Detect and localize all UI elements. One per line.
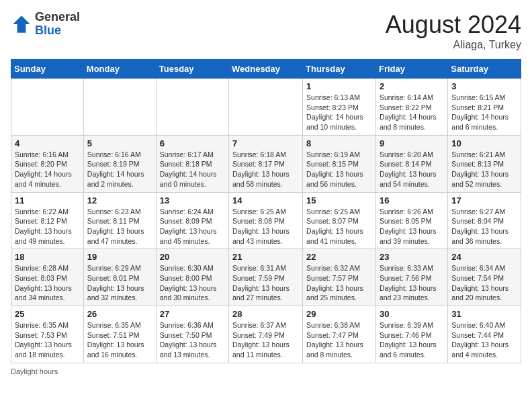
day-info: Sunrise: 6:22 AM Sunset: 8:12 PM Dayligh… (15, 207, 80, 246)
calendar-cell: 24Sunrise: 6:34 AM Sunset: 7:54 PM Dayli… (448, 249, 521, 306)
day-info: Sunrise: 6:28 AM Sunset: 8:03 PM Dayligh… (15, 263, 80, 303)
day-number: 30 (380, 309, 444, 319)
calendar-week-row: 11Sunrise: 6:22 AM Sunset: 8:12 PM Dayli… (11, 192, 521, 249)
svg-marker-0 (13, 15, 30, 33)
calendar-cell: 19Sunrise: 6:29 AM Sunset: 8:01 PM Dayli… (83, 249, 156, 306)
calendar-cell: 27Sunrise: 6:36 AM Sunset: 7:50 PM Dayli… (156, 306, 228, 363)
logo: General Blue (11, 11, 80, 38)
day-info: Sunrise: 6:24 AM Sunset: 8:09 PM Dayligh… (160, 207, 225, 246)
day-info: Sunrise: 6:23 AM Sunset: 8:11 PM Dayligh… (87, 207, 152, 246)
logo-text: General Blue (35, 11, 80, 38)
logo-blue-text: Blue (35, 24, 80, 38)
day-info: Sunrise: 6:34 AM Sunset: 7:54 PM Dayligh… (451, 263, 517, 303)
calendar-cell: 5Sunrise: 6:16 AM Sunset: 8:19 PM Daylig… (83, 135, 156, 192)
calendar-cell: 21Sunrise: 6:31 AM Sunset: 7:59 PM Dayli… (229, 249, 303, 306)
day-number: 3 (451, 81, 517, 91)
calendar-cell: 14Sunrise: 6:25 AM Sunset: 8:08 PM Dayli… (229, 192, 303, 249)
day-info: Sunrise: 6:35 AM Sunset: 7:51 PM Dayligh… (87, 320, 152, 360)
calendar-cell: 1Sunrise: 6:13 AM Sunset: 8:23 PM Daylig… (303, 79, 376, 136)
day-number: 23 (380, 252, 444, 262)
day-info: Sunrise: 6:25 AM Sunset: 8:08 PM Dayligh… (232, 207, 299, 246)
calendar-cell: 11Sunrise: 6:22 AM Sunset: 8:12 PM Dayli… (11, 192, 84, 249)
title-block: August 2024 Aliaga, Turkey (386, 11, 521, 51)
day-info: Sunrise: 6:21 AM Sunset: 8:13 PM Dayligh… (451, 150, 517, 189)
day-info: Sunrise: 6:35 AM Sunset: 7:53 PM Dayligh… (15, 320, 80, 360)
day-info: Sunrise: 6:39 AM Sunset: 7:46 PM Dayligh… (380, 320, 444, 360)
calendar-cell: 18Sunrise: 6:28 AM Sunset: 8:03 PM Dayli… (11, 249, 84, 306)
calendar-cell: 30Sunrise: 6:39 AM Sunset: 7:46 PM Dayli… (375, 306, 447, 363)
day-info: Sunrise: 6:38 AM Sunset: 7:47 PM Dayligh… (306, 320, 372, 360)
calendar-cell: 17Sunrise: 6:27 AM Sunset: 8:04 PM Dayli… (448, 192, 521, 249)
calendar-cell: 13Sunrise: 6:24 AM Sunset: 8:09 PM Dayli… (156, 192, 228, 249)
calendar-cell: 23Sunrise: 6:33 AM Sunset: 7:56 PM Dayli… (375, 249, 447, 306)
logo-icon (11, 13, 32, 35)
day-number: 9 (380, 138, 444, 148)
day-info: Sunrise: 6:31 AM Sunset: 7:59 PM Dayligh… (232, 263, 299, 303)
day-info: Sunrise: 6:13 AM Sunset: 8:23 PM Dayligh… (306, 93, 372, 132)
calendar-week-row: 1Sunrise: 6:13 AM Sunset: 8:23 PM Daylig… (11, 79, 521, 136)
day-number: 1 (306, 81, 372, 91)
calendar-week-row: 4Sunrise: 6:16 AM Sunset: 8:20 PM Daylig… (11, 135, 521, 192)
day-info: Sunrise: 6:14 AM Sunset: 8:22 PM Dayligh… (380, 93, 444, 132)
day-number: 28 (232, 309, 299, 319)
calendar-cell: 28Sunrise: 6:37 AM Sunset: 7:49 PM Dayli… (229, 306, 303, 363)
calendar-cell: 3Sunrise: 6:15 AM Sunset: 8:21 PM Daylig… (448, 79, 521, 136)
location-subtitle: Aliaga, Turkey (386, 39, 521, 51)
day-info: Sunrise: 6:40 AM Sunset: 7:44 PM Dayligh… (451, 320, 517, 360)
calendar-cell: 10Sunrise: 6:21 AM Sunset: 8:13 PM Dayli… (448, 135, 521, 192)
day-number: 4 (15, 138, 80, 148)
calendar-cell: 2Sunrise: 6:14 AM Sunset: 8:22 PM Daylig… (375, 79, 447, 136)
day-number: 2 (380, 81, 444, 91)
day-number: 15 (306, 195, 372, 205)
calendar-cell: 9Sunrise: 6:20 AM Sunset: 8:14 PM Daylig… (375, 135, 447, 192)
calendar-cell: 7Sunrise: 6:18 AM Sunset: 8:17 PM Daylig… (229, 135, 303, 192)
page-header: General Blue August 2024 Aliaga, Turkey (11, 11, 521, 51)
day-number: 13 (160, 195, 225, 205)
day-info: Sunrise: 6:16 AM Sunset: 8:19 PM Dayligh… (87, 150, 152, 189)
calendar-cell: 31Sunrise: 6:40 AM Sunset: 7:44 PM Dayli… (448, 306, 521, 363)
calendar-cell: 8Sunrise: 6:19 AM Sunset: 8:15 PM Daylig… (303, 135, 376, 192)
day-info: Sunrise: 6:25 AM Sunset: 8:07 PM Dayligh… (306, 207, 372, 246)
calendar-header-row: SundayMondayTuesdayWednesdayThursdayFrid… (11, 60, 521, 79)
calendar-cell: 20Sunrise: 6:30 AM Sunset: 8:00 PM Dayli… (156, 249, 228, 306)
calendar-cell: 12Sunrise: 6:23 AM Sunset: 8:11 PM Dayli… (83, 192, 156, 249)
calendar-cell: 16Sunrise: 6:26 AM Sunset: 8:05 PM Dayli… (375, 192, 447, 249)
day-info: Sunrise: 6:32 AM Sunset: 7:57 PM Dayligh… (306, 263, 372, 303)
day-info: Sunrise: 6:30 AM Sunset: 8:00 PM Dayligh… (160, 263, 225, 303)
day-info: Sunrise: 6:37 AM Sunset: 7:49 PM Dayligh… (232, 320, 299, 360)
day-number: 18 (15, 252, 80, 262)
day-number: 24 (451, 252, 517, 262)
month-year-title: August 2024 (386, 11, 521, 39)
calendar-cell: 22Sunrise: 6:32 AM Sunset: 7:57 PM Dayli… (303, 249, 376, 306)
day-number: 20 (160, 252, 225, 262)
day-number: 11 (15, 195, 80, 205)
day-number: 7 (232, 138, 299, 148)
day-info: Sunrise: 6:18 AM Sunset: 8:17 PM Dayligh… (232, 150, 299, 189)
day-info: Sunrise: 6:33 AM Sunset: 7:56 PM Dayligh… (380, 263, 444, 303)
day-info: Sunrise: 6:15 AM Sunset: 8:21 PM Dayligh… (451, 93, 517, 132)
day-number: 12 (87, 195, 152, 205)
daylight-note: Daylight hours (11, 367, 58, 375)
column-header-saturday: Saturday (448, 60, 521, 79)
calendar-table: SundayMondayTuesdayWednesdayThursdayFrid… (11, 59, 521, 363)
day-info: Sunrise: 6:17 AM Sunset: 8:18 PM Dayligh… (160, 150, 225, 189)
day-info: Sunrise: 6:19 AM Sunset: 8:15 PM Dayligh… (306, 150, 372, 189)
day-number: 29 (306, 309, 372, 319)
day-info: Sunrise: 6:26 AM Sunset: 8:05 PM Dayligh… (380, 207, 444, 246)
calendar-week-row: 25Sunrise: 6:35 AM Sunset: 7:53 PM Dayli… (11, 306, 521, 363)
calendar-cell: 25Sunrise: 6:35 AM Sunset: 7:53 PM Dayli… (11, 306, 84, 363)
day-number: 14 (232, 195, 299, 205)
day-info: Sunrise: 6:36 AM Sunset: 7:50 PM Dayligh… (160, 320, 225, 360)
day-number: 25 (15, 309, 80, 319)
column-header-thursday: Thursday (303, 60, 376, 79)
column-header-sunday: Sunday (11, 60, 84, 79)
footer-note: Daylight hours (11, 367, 521, 375)
day-number: 10 (451, 138, 517, 148)
day-number: 27 (160, 309, 225, 319)
column-header-wednesday: Wednesday (229, 60, 303, 79)
calendar-cell: 4Sunrise: 6:16 AM Sunset: 8:20 PM Daylig… (11, 135, 84, 192)
calendar-cell (229, 79, 303, 136)
day-number: 26 (87, 309, 152, 319)
column-header-friday: Friday (375, 60, 447, 79)
day-number: 5 (87, 138, 152, 148)
